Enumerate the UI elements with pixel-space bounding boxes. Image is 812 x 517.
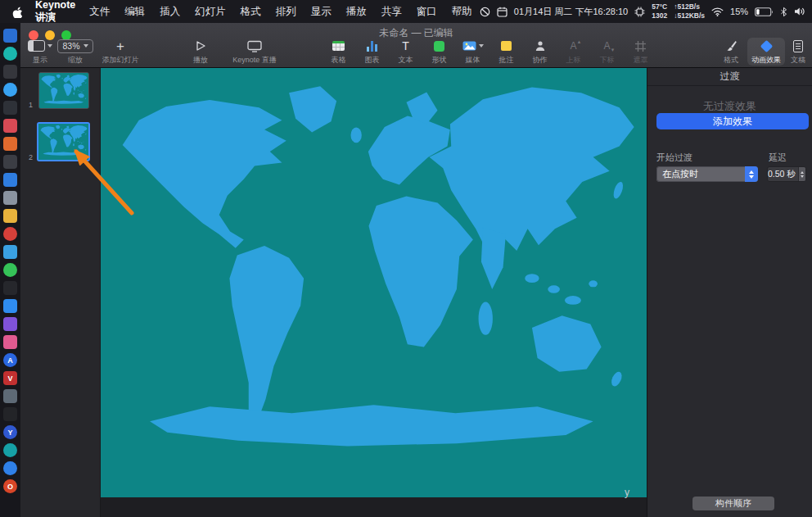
menu-item-slide[interactable]: 幻灯片: [187, 5, 233, 19]
slide-canvas-area: y: [101, 68, 647, 517]
mask-button: 遮罩: [624, 38, 657, 66]
dock-icon-8[interactable]: [3, 155, 17, 169]
dock-icon-25[interactable]: [3, 461, 17, 475]
comment-icon: [501, 41, 512, 51]
dock-icon-4[interactable]: [3, 83, 17, 97]
temp-fan-readout[interactable]: 57°C 1302: [652, 2, 667, 20]
dock-icon-21[interactable]: [3, 389, 17, 403]
dock-icon-1[interactable]: [3, 29, 17, 43]
play-button[interactable]: 播放: [181, 38, 220, 66]
world-map-image: [101, 68, 647, 497]
animate-button[interactable]: 动画效果: [747, 38, 785, 66]
dropdown-stepper-icon: [745, 166, 758, 182]
toolbar: 未命名 — 已编辑 显示 83% 缩放 + 添加幻灯片 播放 Keynote 直…: [20, 23, 812, 68]
net-upload: ↑512B/s: [674, 2, 705, 11]
add-slide-button[interactable]: + 添加幻灯片: [94, 38, 147, 66]
build-order-button[interactable]: 构件顺序: [692, 497, 774, 510]
calendar-icon[interactable]: [497, 7, 508, 17]
zoom-value: 83%: [62, 41, 79, 51]
menu-bar-clock[interactable]: 01月14日 周二 下午16:28:10: [514, 6, 628, 18]
dock-icon-16[interactable]: [3, 299, 17, 313]
chart-icon: [367, 40, 378, 52]
animate-diamond-icon: [760, 39, 773, 52]
add-effect-button[interactable]: 添加效果: [656, 113, 809, 129]
delay-field[interactable]: 0.50 秒: [767, 166, 806, 182]
dock-icon-11[interactable]: [3, 209, 17, 223]
plus-icon: +: [116, 39, 124, 53]
text-icon: T: [402, 40, 409, 52]
dock-icon-13[interactable]: [3, 245, 17, 259]
view-icon: [28, 40, 45, 52]
volume-icon[interactable]: [794, 7, 805, 16]
shape-button[interactable]: 形状: [422, 38, 456, 66]
menu-item-help[interactable]: 帮助: [444, 5, 480, 19]
battery-icon[interactable]: [755, 7, 774, 16]
do-not-disturb-icon[interactable]: [480, 7, 490, 17]
start-transition-value: 在点按时: [656, 168, 745, 180]
dock-icon-2[interactable]: [3, 47, 17, 61]
zoom-control[interactable]: 83% 缩放: [56, 38, 94, 66]
document-icon: [793, 40, 803, 52]
inspector-header: 过渡: [647, 68, 812, 86]
menu-item-share[interactable]: 共享: [374, 5, 409, 19]
dock-icon-18[interactable]: [3, 335, 17, 349]
dock-icon-23[interactable]: Y: [3, 425, 17, 439]
media-button[interactable]: 媒体: [456, 38, 489, 66]
dock-icon-10[interactable]: [3, 191, 17, 205]
chip-icon[interactable]: [634, 7, 645, 17]
dock-icon-17[interactable]: [3, 317, 17, 331]
dock-icon-20[interactable]: V: [3, 371, 17, 385]
dock: AVYO: [0, 23, 20, 517]
superscript-button: A▲ 上标: [557, 38, 590, 66]
chevron-down-icon: [479, 44, 484, 48]
menu-item-play[interactable]: 播放: [339, 5, 374, 19]
format-button[interactable]: 格式: [715, 38, 747, 66]
subscript-icon: A▼: [603, 41, 610, 51]
delay-stepper[interactable]: [798, 167, 805, 181]
app-menu-title[interactable]: Keynote 讲演: [35, 0, 75, 25]
menu-item-window[interactable]: 窗口: [409, 5, 444, 19]
slide-2-number: 2: [29, 153, 33, 161]
document-button[interactable]: 文稿: [785, 38, 811, 66]
comment-button[interactable]: 批注: [489, 38, 523, 66]
menu-item-view[interactable]: 显示: [304, 5, 339, 19]
dock-icon-3[interactable]: [3, 65, 17, 79]
dock-icon-26[interactable]: O: [3, 479, 17, 493]
delay-label: 延迟: [769, 152, 787, 164]
slide-thumbnail-2-selected[interactable]: [37, 122, 90, 161]
collaborate-button[interactable]: 协作: [523, 38, 557, 66]
menu-item-file[interactable]: 文件: [82, 5, 117, 19]
apple-logo-icon[interactable]: [11, 6, 22, 18]
text-button[interactable]: T 文本: [389, 38, 422, 66]
dock-icon-12[interactable]: [3, 227, 17, 241]
person-icon: [535, 40, 546, 52]
menu-item-insert[interactable]: 插入: [152, 5, 187, 19]
current-slide[interactable]: [101, 68, 647, 497]
keynote-live-button[interactable]: Keynote 直播: [222, 38, 287, 66]
view-button[interactable]: 显示: [24, 38, 56, 66]
fan-rpm: 1302: [652, 11, 667, 20]
menu-bar: Keynote 讲演 文件 编辑 插入 幻灯片 格式 排列 显示 播放 共享 窗…: [0, 0, 812, 23]
table-button[interactable]: 表格: [322, 38, 355, 66]
menu-item-arrange[interactable]: 排列: [268, 5, 304, 19]
dock-icon-24[interactable]: [3, 443, 17, 457]
menu-item-format[interactable]: 格式: [233, 5, 268, 19]
dock-icon-15[interactable]: [3, 281, 17, 295]
dock-icon-22[interactable]: [3, 407, 17, 421]
start-transition-dropdown[interactable]: 在点按时: [656, 166, 758, 182]
start-transition-label: 开始过渡: [656, 152, 692, 164]
dock-icon-5[interactable]: [3, 101, 17, 115]
dock-icon-9[interactable]: [3, 173, 17, 187]
dock-icon-7[interactable]: [3, 137, 17, 151]
slide-thumbnail-1[interactable]: [38, 72, 89, 109]
bluetooth-icon[interactable]: [780, 7, 787, 17]
shape-icon: [434, 41, 444, 52]
wifi-icon[interactable]: [711, 7, 724, 16]
dock-icon-14[interactable]: [3, 263, 17, 277]
play-icon: [195, 40, 206, 52]
dock-icon-6[interactable]: [3, 119, 17, 133]
network-readout[interactable]: ↑512B/s ↓512KB/s: [674, 2, 705, 20]
menu-item-edit[interactable]: 编辑: [117, 5, 152, 19]
dock-icon-19[interactable]: A: [3, 353, 17, 367]
chart-button[interactable]: 图表: [355, 38, 389, 66]
